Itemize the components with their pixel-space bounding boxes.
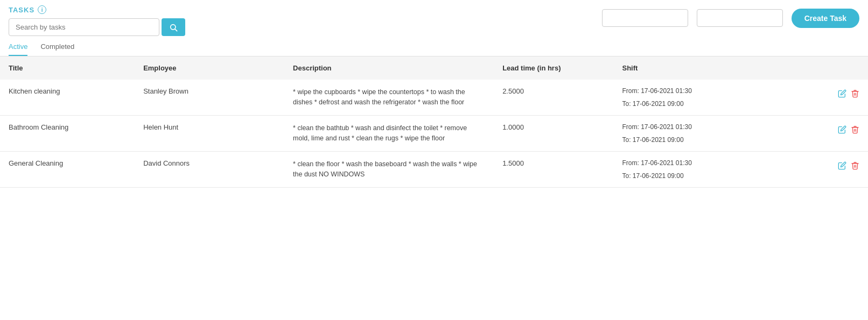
edit-icon[interactable] [838, 89, 846, 100]
cell-leadtime: 1.5000 [494, 152, 613, 188]
col-header-title: Title [0, 56, 135, 80]
cell-employee: Stanley Brown [135, 80, 284, 116]
col-header-leadtime: Lead time (in hrs) [494, 56, 613, 80]
edit-icon[interactable] [838, 161, 846, 172]
edit-icon[interactable] [838, 125, 846, 136]
shift-to: To: 17-06-2021 09:00 [622, 136, 799, 144]
create-task-button[interactable]: Create Task [792, 9, 859, 28]
cell-leadtime: 2.5000 [494, 80, 613, 116]
shift-from: From: 17-06-2021 01:30 [622, 123, 799, 131]
shift-from: From: 17-06-2021 01:30 [622, 87, 799, 95]
tab-active[interactable]: Active [9, 42, 27, 56]
col-header-employee: Employee [135, 56, 284, 80]
search-input[interactable] [9, 18, 159, 36]
tab-completed[interactable]: Completed [40, 42, 74, 56]
cell-leadtime: 1.0000 [494, 116, 613, 152]
svg-line-1 [175, 29, 177, 31]
date-to-input[interactable]: 20-06-2021 [697, 9, 783, 27]
shift-to: To: 17-06-2021 09:00 [622, 100, 799, 108]
search-button[interactable] [162, 18, 185, 36]
cell-title: Bathroom Cleaning [0, 116, 135, 152]
cell-employee: David Connors [135, 152, 284, 188]
table-row: Bathroom Cleaning Helen Hunt * clean the… [0, 116, 868, 152]
cell-description: * wipe the cupboards * wipe the countert… [284, 80, 494, 116]
page-title: TASKS [9, 6, 34, 14]
col-header-shift: Shift [613, 56, 808, 80]
shift-from: From: 17-06-2021 01:30 [622, 159, 799, 167]
cell-description: * clean the bathtub * wash and disinfect… [284, 116, 494, 152]
shift-to: To: 17-06-2021 09:00 [622, 172, 799, 180]
table-row: Kitchen cleaning Stanley Brown * wipe th… [0, 80, 868, 116]
cell-shift: From: 17-06-2021 01:30 To: 17-06-2021 09… [613, 116, 808, 152]
table-row: General Cleaning David Connors * clean t… [0, 152, 868, 188]
cell-employee: Helen Hunt [135, 116, 284, 152]
cell-shift: From: 17-06-2021 01:30 To: 17-06-2021 09… [613, 152, 808, 188]
cell-shift: From: 17-06-2021 01:30 To: 17-06-2021 09… [613, 80, 808, 116]
col-header-description: Description [284, 56, 494, 80]
cell-description: * clean the floor * wash the baseboard *… [284, 152, 494, 188]
cell-title: General Cleaning [0, 152, 135, 188]
delete-icon[interactable] [851, 161, 859, 172]
col-header-actions [808, 56, 868, 80]
search-icon [169, 23, 178, 32]
delete-icon[interactable] [851, 89, 859, 100]
delete-icon[interactable] [851, 125, 859, 136]
info-icon[interactable]: i [38, 5, 46, 14]
date-from-input[interactable]: 13-06-2021 [602, 9, 688, 27]
cell-title: Kitchen cleaning [0, 80, 135, 116]
